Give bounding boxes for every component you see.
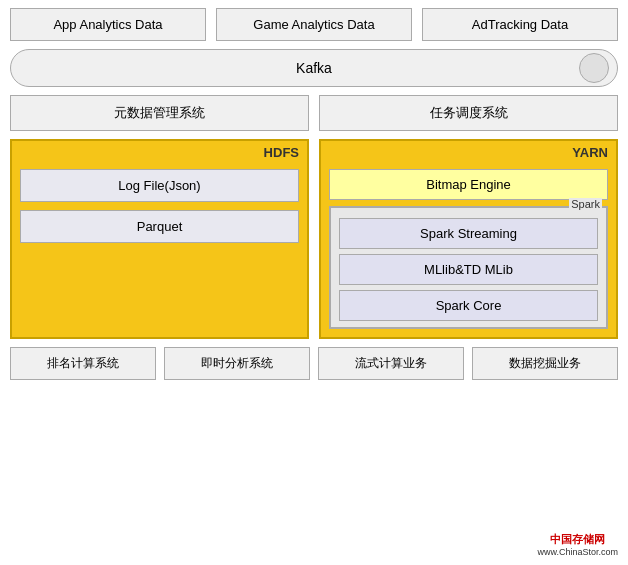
top-row: App Analytics Data Game Analytics Data A… — [10, 8, 618, 41]
watermark-url: www.ChinaStor.com — [537, 547, 618, 557]
kafka-row: Kafka — [10, 49, 618, 87]
stream-compute-label: 流式计算业务 — [355, 356, 427, 370]
task-sched-box: 任务调度系统 — [319, 95, 618, 131]
ranking-system-label: 排名计算系统 — [47, 356, 119, 370]
spark-label: Spark — [569, 198, 602, 210]
task-sched-label: 任务调度系统 — [430, 105, 508, 120]
data-mining-box: 数据挖掘业务 — [472, 347, 618, 380]
storage-row: HDFS Log File(Json) Parquet YARN Bitmap … — [10, 139, 618, 339]
ranking-system-box: 排名计算系统 — [10, 347, 156, 380]
kafka-box: Kafka — [10, 49, 618, 87]
yarn-label: YARN — [572, 145, 608, 160]
watermark-site: 中国存储网 — [537, 532, 618, 547]
log-file-label: Log File(Json) — [118, 178, 200, 193]
main-container: App Analytics Data Game Analytics Data A… — [10, 8, 618, 380]
app-analytics-label: App Analytics Data — [53, 17, 162, 32]
metadata-mgmt-label: 元数据管理系统 — [114, 105, 205, 120]
game-analytics-box: Game Analytics Data — [216, 8, 412, 41]
spark-inner: Spark Streaming MLlib&TD MLib Spark Core — [339, 218, 598, 321]
log-file-box: Log File(Json) — [20, 169, 299, 202]
hdfs-label: HDFS — [264, 145, 299, 160]
yarn-inner: Bitmap Engine Spark Spark Streaming MLli… — [329, 169, 608, 329]
bitmap-box: Bitmap Engine — [329, 169, 608, 200]
hdfs-block: HDFS Log File(Json) Parquet — [10, 139, 309, 339]
app-analytics-box: App Analytics Data — [10, 8, 206, 41]
mllib-box: MLlib&TD MLib — [339, 254, 598, 285]
watermark: 中国存储网 www.ChinaStor.com — [537, 532, 618, 557]
metadata-mgmt-box: 元数据管理系统 — [10, 95, 309, 131]
parquet-label: Parquet — [137, 219, 183, 234]
bottom-row: 排名计算系统 即时分析系统 流式计算业务 数据挖掘业务 — [10, 347, 618, 380]
adtracking-box: AdTracking Data — [422, 8, 618, 41]
parquet-box: Parquet — [20, 210, 299, 243]
spark-streaming-label: Spark Streaming — [420, 226, 517, 241]
spark-block: Spark Spark Streaming MLlib&TD MLib Spar… — [329, 206, 608, 329]
yarn-block: YARN Bitmap Engine Spark Spark Streaming… — [319, 139, 618, 339]
mgmt-row: 元数据管理系统 任务调度系统 — [10, 95, 618, 131]
spark-core-label: Spark Core — [436, 298, 502, 313]
adtracking-label: AdTracking Data — [472, 17, 568, 32]
data-mining-label: 数据挖掘业务 — [509, 356, 581, 370]
mllib-label: MLlib&TD MLib — [424, 262, 513, 277]
stream-compute-box: 流式计算业务 — [318, 347, 464, 380]
realtime-analysis-box: 即时分析系统 — [164, 347, 310, 380]
spark-streaming-box: Spark Streaming — [339, 218, 598, 249]
spark-core-box: Spark Core — [339, 290, 598, 321]
bitmap-label: Bitmap Engine — [426, 177, 511, 192]
game-analytics-label: Game Analytics Data — [253, 17, 374, 32]
realtime-analysis-label: 即时分析系统 — [201, 356, 273, 370]
kafka-label: Kafka — [296, 60, 332, 76]
hdfs-inner: Log File(Json) Parquet — [20, 169, 299, 243]
